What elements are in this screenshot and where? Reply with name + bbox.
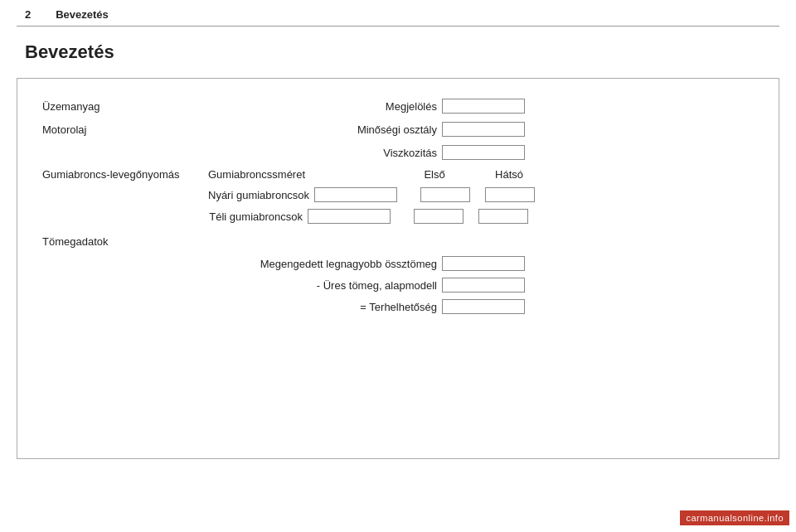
ures-label: - Üres tömeg, alapmodell xyxy=(208,279,442,292)
motorolaj-label: Motorolaj xyxy=(42,123,208,136)
hatso-col-label: Hátsó xyxy=(476,168,542,181)
minosegi-osztaly-label: Minőségi osztály xyxy=(208,123,442,136)
megengedett-right: Megengedett legnagyobb össztömeg xyxy=(208,256,754,271)
tomegadatok-label: Tömegadatok xyxy=(42,235,754,248)
watermark: carmanualsonline.info xyxy=(680,510,789,525)
ures-row: - Üres tömeg, alapmodell xyxy=(42,278,754,293)
nyari-elso-input[interactable] xyxy=(420,187,470,202)
ures-input[interactable] xyxy=(442,278,525,293)
header-title: Bevezetés xyxy=(56,8,109,21)
tomegadatok-section: Tömegadatok Megengedett legnagyobb összt… xyxy=(42,235,754,314)
viszkozitas-row: Viszkozitás xyxy=(42,145,754,160)
page-number: 2 xyxy=(25,8,31,21)
terhelhetoseg-input[interactable] xyxy=(442,299,525,314)
megjeloles-label: Megjelölés xyxy=(208,100,442,113)
teli-hatso-input[interactable] xyxy=(478,209,528,224)
content-box: Üzemanyag Megjelölés Motorolaj Minőségi … xyxy=(17,78,779,459)
megjeloles-input[interactable] xyxy=(442,99,525,114)
nyari-hatso-input[interactable] xyxy=(485,187,535,202)
motorolaj-row: Motorolaj Minőségi osztály xyxy=(42,122,754,137)
viszkozitas-label: Viszkozitás xyxy=(208,147,442,159)
nyari-label: Nyári gumiabroncsok xyxy=(208,189,314,201)
viszkozitas-right: Viszkozitás xyxy=(208,145,754,160)
gumi-col-headers: Gumiabroncssméret Első Hátsó xyxy=(208,168,754,181)
megengedett-input[interactable] xyxy=(442,256,525,271)
nyari-row: Nyári gumiabroncsok xyxy=(42,187,754,202)
motorolaj-right: Minőségi osztály xyxy=(208,122,754,137)
page-title: Bevezetés xyxy=(0,27,796,78)
viszkozitas-input[interactable] xyxy=(442,145,525,160)
teli-right: Téli gumiabroncsok xyxy=(208,209,754,224)
uzemanyag-label: Üzemanyag xyxy=(42,100,208,113)
teli-meret-input[interactable] xyxy=(308,209,391,224)
teli-label: Téli gumiabroncsok xyxy=(208,210,308,223)
gumi-header-row: Gumiabroncs-levegőnyomás Gumiabroncssmér… xyxy=(42,168,754,181)
teli-elso-input[interactable] xyxy=(414,209,464,224)
elso-col-label: Első xyxy=(401,168,468,181)
terhelhetoseg-right: = Terhelhetőség xyxy=(208,299,754,314)
terhelhetoseg-label: = Terhelhetőség xyxy=(208,301,442,313)
teli-row: Téli gumiabroncsok xyxy=(42,209,754,224)
megengedett-label: Megengedett legnagyobb össztömeg xyxy=(208,258,442,270)
megengedett-row: Megengedett legnagyobb össztömeg xyxy=(42,256,754,271)
nyari-right: Nyári gumiabroncsok xyxy=(208,187,754,202)
uzemanyag-right: Megjelölés xyxy=(208,99,754,114)
uzemanyag-row: Üzemanyag Megjelölés xyxy=(42,99,754,114)
nyari-meret-input[interactable] xyxy=(314,187,397,202)
gumiabroncs-label: Gumiabroncs-levegőnyomás xyxy=(42,168,208,181)
terhelhetoseg-row: = Terhelhetőség xyxy=(42,299,754,314)
gumiabroncsmeret-label: Gumiabroncssméret xyxy=(208,168,310,181)
minosegi-osztaly-input[interactable] xyxy=(442,122,525,137)
ures-right: - Üres tömeg, alapmodell xyxy=(208,278,754,293)
header: 2 Bevezetés xyxy=(0,0,796,26)
